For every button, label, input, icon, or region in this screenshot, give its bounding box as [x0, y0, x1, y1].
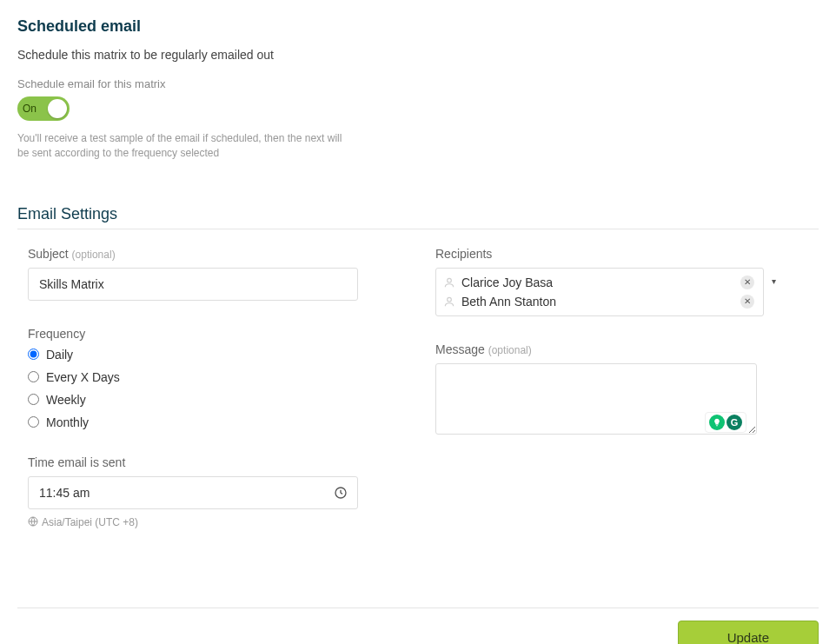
recipient-name: Beth Ann Stanton [461, 295, 740, 309]
globe-icon [28, 516, 38, 529]
person-icon [443, 276, 455, 289]
toggle-knob [48, 99, 67, 118]
recipients-input[interactable]: Clarice Joy Basa ✕ Beth Ann Stanton [435, 268, 764, 316]
subject-label: Subject (optional) [28, 247, 401, 261]
svg-point-3 [448, 297, 452, 302]
person-icon [443, 295, 455, 308]
section-description: Schedule this matrix to be regularly ema… [17, 48, 819, 62]
time-input[interactable] [28, 476, 358, 509]
message-label: Message (optional) [435, 342, 808, 356]
frequency-option-monthly[interactable]: Monthly [28, 415, 401, 429]
recipient-name: Clarice Joy Basa [461, 276, 740, 289]
grammarly-widget[interactable]: G [705, 412, 746, 433]
message-field-group: Message (optional) G [435, 342, 808, 438]
subject-field-group: Subject (optional) [28, 247, 401, 301]
timezone-text: Asia/Taipei (UTC +8) [42, 516, 138, 528]
frequency-radio-group: Daily Every X Days Weekly Monthly [28, 348, 401, 429]
right-column: Recipients Clarice Joy Basa ✕ [435, 247, 808, 555]
update-button[interactable]: Update [678, 621, 819, 644]
chevron-down-icon[interactable]: ▾ [772, 276, 776, 286]
frequency-option-every-x-days[interactable]: Every X Days [28, 370, 401, 384]
grammarly-icon: G [727, 415, 742, 430]
scheduled-email-section: Scheduled email Schedule this matrix to … [17, 17, 819, 644]
toggle-help-text: You'll receive a test sample of the emai… [17, 131, 348, 162]
radio-monthly[interactable] [28, 416, 39, 428]
recipients-label: Recipients [435, 247, 808, 261]
toggle-label: Schedule email for this matrix [17, 77, 819, 90]
frequency-label: Frequency [28, 327, 401, 341]
frequency-option-daily[interactable]: Daily [28, 348, 401, 362]
frequency-field-group: Frequency Daily Every X Days Weekly [28, 327, 401, 429]
radio-every-x-days[interactable] [28, 371, 39, 382]
subject-input[interactable] [28, 268, 358, 301]
remove-recipient-button[interactable]: ✕ [740, 276, 754, 289]
recipient-chip: Clarice Joy Basa ✕ [443, 273, 756, 292]
radio-daily[interactable] [28, 349, 39, 360]
footer: Update [17, 621, 819, 644]
remove-recipient-button[interactable]: ✕ [740, 295, 754, 309]
toggle-text: On [23, 103, 36, 115]
suggestion-icon [709, 415, 725, 430]
time-label: Time email is sent [28, 455, 401, 469]
radio-weekly[interactable] [28, 394, 39, 405]
left-column: Subject (optional) Frequency Daily Every… [28, 247, 401, 555]
schedule-toggle[interactable]: On [17, 96, 70, 121]
time-field-group: Time email is sent [28, 455, 401, 529]
footer-divider [17, 607, 819, 608]
timezone: Asia/Taipei (UTC +8) [28, 516, 401, 529]
frequency-option-weekly[interactable]: Weekly [28, 393, 401, 407]
svg-point-2 [448, 278, 452, 282]
divider [17, 229, 819, 229]
recipient-chip: Beth Ann Stanton ✕ [443, 292, 756, 311]
section-title: Scheduled email [17, 17, 819, 36]
recipients-field-group: Recipients Clarice Joy Basa ✕ [435, 247, 808, 316]
email-settings-title: Email Settings [17, 205, 819, 223]
